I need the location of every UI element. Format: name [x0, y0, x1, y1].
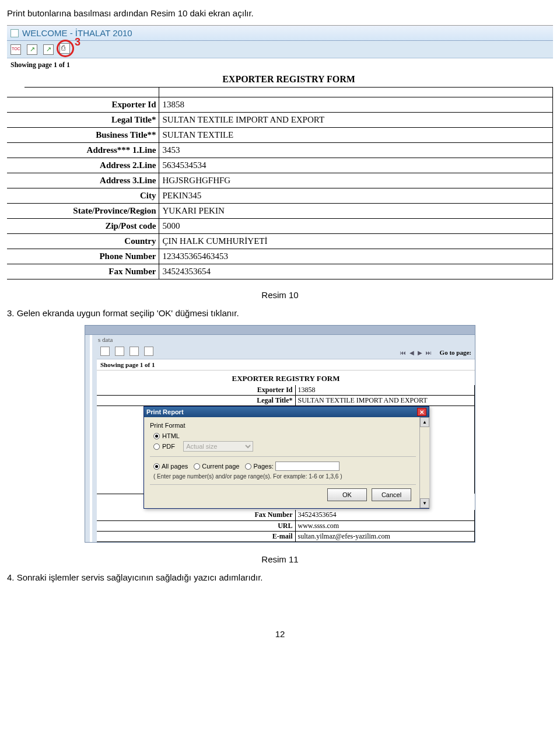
print-dialog: Print Report ✕ ▲ ▼ Print Format HTML: [144, 406, 429, 509]
toc-icon[interactable]: [10, 44, 21, 55]
window-titlebar: WELCOME - İTHALAT 2010: [7, 26, 553, 41]
print-format-label: Print Format: [150, 422, 416, 429]
pager-text-2: Showing page 1 of 1: [97, 359, 475, 370]
radio-current-page[interactable]: [194, 463, 200, 470]
field-label: Country: [24, 233, 159, 249]
screenshot-resim-10: WELCOME - İTHALAT 2010 3 Showing page 1 …: [7, 25, 553, 279]
page-number: 12: [7, 629, 553, 639]
field-label: Address 2.Line: [24, 158, 159, 173]
field-label: Legal Title*: [24, 112, 159, 127]
s-data-label: s data: [97, 335, 475, 344]
highlight-circle: [57, 40, 74, 57]
field-value: SULTAN TEXTILE IMPORT AND EXPORT: [159, 112, 553, 127]
form-table-2: Exporter Id13858 Legal Title*SULTAN TEXT…: [97, 385, 475, 407]
pager-text: Showing page 1 of 1: [7, 58, 553, 72]
field-label: Exporter Id: [155, 385, 295, 396]
callout-number: 3: [75, 36, 80, 48]
form-table: Exporter Id13858 Legal Title*SULTAN TEXT…: [7, 88, 553, 279]
field-value: sultan.yilmaz@efes-yazilim.com: [295, 531, 475, 541]
field-value: 5634534534: [159, 158, 553, 173]
field-label: Fax Number: [24, 264, 159, 279]
field-label: Exporter Id: [24, 97, 159, 112]
nav-next-icon[interactable]: ▶: [417, 349, 423, 356]
field-label: Business Title**: [24, 127, 159, 142]
field-label: Address*** 1.Line: [24, 142, 159, 158]
field-value: 13858: [159, 97, 553, 112]
field-label: Fax Number: [155, 510, 295, 520]
export-icon[interactable]: [27, 44, 37, 55]
form-table-2-bottom: Fax Number34524353654 URLwww.ssss.com E-…: [97, 510, 475, 542]
radio-all-pages[interactable]: [153, 463, 160, 470]
field-value: SULTAN TEXTILE IMPORT AND EXPORT: [295, 396, 475, 406]
screenshot-resim-11: s data ⏮ ◀ ▶ ⏭ Go to page: Showing page …: [85, 325, 475, 543]
dialog-title: Print Report: [146, 408, 184, 415]
nav-first-icon[interactable]: ⏮: [400, 349, 407, 356]
caption-resim-11: Resim 11: [7, 554, 553, 564]
field-label: City: [24, 188, 159, 203]
field-value: YUKARI PEKIN: [159, 203, 553, 218]
radio-pages-label: Pages:: [253, 463, 273, 470]
scroll-down-icon[interactable]: ▼: [420, 498, 429, 508]
export-icon[interactable]: [115, 347, 124, 356]
print-button-highlighted[interactable]: 3: [60, 43, 70, 55]
toolbar-2: ⏮ ◀ ▶ ⏭ Go to page:: [97, 344, 475, 359]
left-vbar: [85, 335, 90, 542]
goto-page-label: Go to page:: [440, 349, 471, 356]
close-icon[interactable]: ✕: [417, 408, 426, 416]
nav-last-icon[interactable]: ⏭: [425, 349, 432, 356]
field-value: ÇIN HALK CUMHURİYETİ: [159, 233, 553, 249]
radio-html-label: HTML: [162, 432, 180, 439]
radio-current-page-label: Current page: [202, 463, 239, 470]
left-vbar-2: [92, 335, 97, 542]
export-icon-2[interactable]: [130, 347, 139, 356]
step-3-text: 3. Gelen ekranda uygun format seçilip 'O…: [7, 308, 553, 318]
cancel-button[interactable]: Cancel: [372, 488, 411, 501]
pdf-size-select: Actual size: [183, 441, 253, 452]
field-label: E-mail: [155, 531, 295, 541]
field-label: Zip/Post code: [24, 218, 159, 233]
scroll-up-icon[interactable]: ▲: [420, 417, 429, 427]
field-value: 3453: [159, 142, 553, 158]
radio-pdf[interactable]: [153, 443, 160, 450]
field-label: State/Province/Region: [24, 203, 159, 218]
export-icon-2[interactable]: [43, 44, 54, 55]
nav-prev-icon[interactable]: ◀: [409, 349, 415, 356]
radio-pdf-label: PDF: [162, 443, 175, 450]
field-value: www.ssss.com: [295, 520, 475, 531]
step-4-text: 4. Sonraki işlemler servis sağlayıcının …: [7, 572, 553, 582]
field-value: SULTAN TEXTILE: [159, 127, 553, 142]
intro-paragraph: Print butonlarına basılması ardından Res…: [7, 8, 553, 18]
form-title-2: EXPORTER REGISTRY FORM: [97, 370, 475, 385]
form-title: EXPORTER REGISTRY FORM: [24, 72, 553, 88]
field-label: Phone Number: [24, 249, 159, 264]
radio-html[interactable]: [153, 433, 160, 439]
field-value: 13858: [295, 385, 475, 396]
field-label: URL: [155, 520, 295, 531]
field-value: 34524353654: [159, 264, 553, 279]
print-icon[interactable]: [144, 347, 153, 356]
field-value: 34524353654: [295, 510, 475, 520]
caption-resim-10: Resim 10: [7, 290, 553, 300]
field-label: Address 3.Line: [24, 173, 159, 188]
radio-pages[interactable]: [245, 463, 251, 470]
top-band: [85, 326, 475, 335]
field-label: Legal Title*: [155, 396, 295, 406]
field-value: HGJSRGHGFHFG: [159, 173, 553, 188]
toolbar: 3: [7, 41, 553, 58]
window-icon: [10, 29, 19, 37]
field-value: 5000: [159, 218, 553, 233]
field-value: PEKIN345: [159, 188, 553, 203]
pages-hint: ( Enter page number(s) and/or page range…: [153, 473, 416, 480]
dialog-scrollbar[interactable]: ▲ ▼: [419, 417, 429, 508]
toc-icon[interactable]: [100, 347, 110, 356]
field-value: 123435365463453: [159, 249, 553, 264]
pages-input[interactable]: [275, 462, 340, 471]
radio-all-pages-label: All pages: [162, 463, 188, 470]
dialog-titlebar: Print Report ✕: [144, 407, 429, 417]
ok-button[interactable]: OK: [327, 488, 367, 501]
